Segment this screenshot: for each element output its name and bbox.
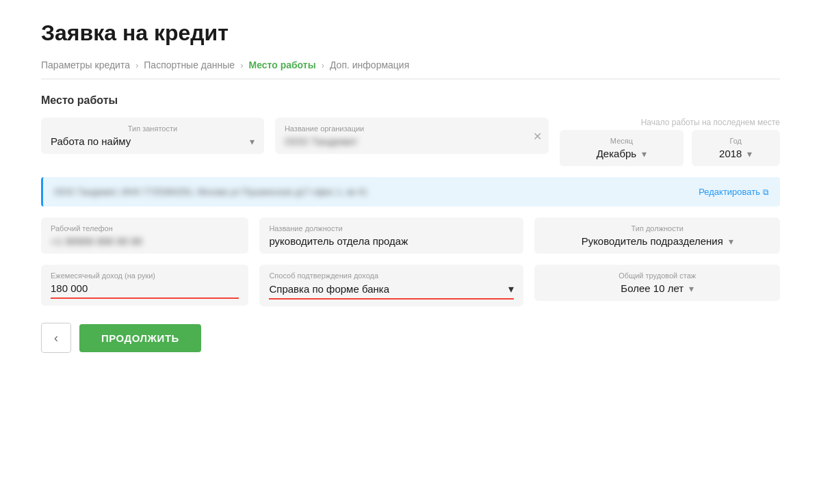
breadcrumb-credit-params[interactable]: Параметры кредита <box>41 59 130 70</box>
position-name-value: руководитель отдела продаж <box>269 235 514 247</box>
buttons-row: ‹ ПРОДОЛЖИТЬ <box>41 323 780 353</box>
row-position: Рабочий телефон +1 88888 888 88 88 Назва… <box>41 217 780 254</box>
position-name-label: Название должности <box>269 224 514 233</box>
position-type-field[interactable]: Тип должности Руководитель подразделения… <box>534 217 780 254</box>
breadcrumb-work[interactable]: Место работы <box>248 59 315 70</box>
phone-field[interactable]: Рабочий телефон +1 88888 888 88 88 <box>41 217 248 254</box>
org-name-value: ООО Тандемит <box>285 135 539 147</box>
breadcrumb-passport[interactable]: Паспортные данные <box>144 59 235 70</box>
breadcrumb: Параметры кредита › Паспортные данные › … <box>41 59 780 79</box>
page-title: Заявка на кредит <box>41 21 780 46</box>
breadcrumb-extra[interactable]: Доп. информация <box>330 59 409 70</box>
back-button[interactable]: ‹ <box>41 323 71 353</box>
month-label: Месяц <box>610 137 633 145</box>
year-label: Год <box>730 137 742 145</box>
month-field[interactable]: Месяц Декабрь ▾ <box>560 130 683 166</box>
work-experience-chevron-icon: ▾ <box>689 283 694 294</box>
position-name-field[interactable]: Название должности руководитель отдела п… <box>259 217 523 254</box>
continue-button[interactable]: ПРОДОЛЖИТЬ <box>79 324 201 352</box>
work-experience-label: Общий трудовой стаж <box>618 271 696 280</box>
income-confirm-value: Справка по форме банка <box>269 283 389 295</box>
month-chevron-icon: ▾ <box>642 148 647 159</box>
income-confirm-label: Способ подтверждения дохода <box>269 271 514 280</box>
year-value: 2018 <box>719 148 742 159</box>
monthly-income-label: Ежемесячный доход (на руки) <box>51 271 239 280</box>
income-confirm-field[interactable]: Способ подтверждения дохода Справка по ф… <box>259 265 523 306</box>
edit-link[interactable]: Редактировать ⧉ <box>699 187 769 197</box>
income-confirm-chevron-icon: ▾ <box>508 282 514 295</box>
employment-type-value: Работа по найму <box>51 135 131 147</box>
org-name-clear-icon[interactable]: ✕ <box>533 129 542 142</box>
phone-value: +1 88888 888 88 88 <box>51 235 239 247</box>
employment-type-chevron-icon: ▾ <box>250 136 255 147</box>
position-type-label: Тип должности <box>631 224 683 233</box>
year-field[interactable]: Год 2018 ▾ <box>692 130 780 166</box>
employment-type-label: Тип занятости <box>128 124 177 133</box>
row-income: Ежемесячный доход (на руки) 180 000 Спос… <box>41 265 780 306</box>
breadcrumb-sep-3: › <box>322 60 324 70</box>
work-experience-value: Более 10 лет <box>621 282 683 294</box>
org-name-label: Название организации <box>285 124 539 133</box>
breadcrumb-sep-1: › <box>135 60 138 70</box>
edit-label: Редактировать <box>699 187 760 197</box>
edit-icon: ⧉ <box>763 187 769 197</box>
monthly-income-value: 180 000 <box>51 282 88 294</box>
address-text: ООО Тандемит, ИНН 7725384291, Москва ул … <box>54 187 688 197</box>
monthly-income-field[interactable]: Ежемесячный доход (на руки) 180 000 <box>41 265 248 306</box>
start-work-label: Начало работы на последнем месте <box>641 118 780 127</box>
org-name-field[interactable]: Название организации ООО Тандемит ✕ <box>275 118 549 154</box>
position-type-chevron-icon: ▾ <box>729 236 733 247</box>
position-type-value: Руководитель подразделения <box>582 235 723 247</box>
year-chevron-icon: ▾ <box>747 148 752 159</box>
employment-type-field[interactable]: Тип занятости Работа по найму ▾ <box>41 118 264 154</box>
month-value: Декабрь <box>597 148 636 159</box>
address-bar: ООО Тандемит, ИНН 7725384291, Москва ул … <box>41 177 780 207</box>
section-title: Место работы <box>41 94 780 107</box>
breadcrumb-sep-2: › <box>240 60 243 70</box>
phone-label: Рабочий телефон <box>51 224 239 233</box>
work-experience-field[interactable]: Общий трудовой стаж Более 10 лет ▾ <box>534 265 780 301</box>
